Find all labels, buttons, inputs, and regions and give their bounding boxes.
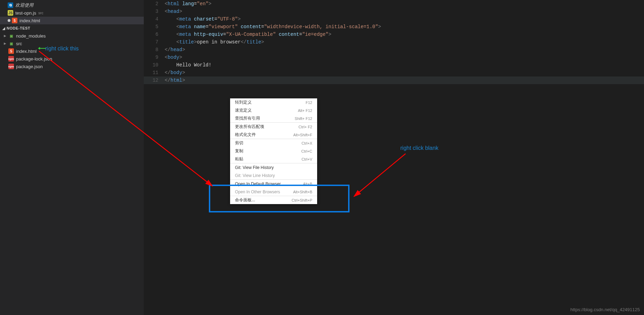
menu-item-shortcut: Ctrl+ F2 xyxy=(299,125,312,129)
open-editor-tab[interactable]: ⧉欢迎使用 xyxy=(0,1,144,9)
menu-item-label: 命令面板... xyxy=(235,197,255,203)
menu-item[interactable]: 复制Ctrl+C xyxy=(230,147,317,155)
menu-item[interactable]: 命令面板...Ctrl+Shift+P xyxy=(230,196,317,204)
menu-item[interactable]: Git: View Line History xyxy=(230,171,317,179)
menu-item[interactable]: 转到定义F12 xyxy=(230,98,317,106)
open-editors: ⧉欢迎使用JStest-opn.jssrc5index.html xyxy=(0,0,144,24)
menu-item[interactable]: 速览定义Alt+ F12 xyxy=(230,106,317,114)
tab-label: index.html xyxy=(19,18,40,23)
menu-item-label: 剪切 xyxy=(235,140,243,146)
menu-item[interactable]: Open In Default BrowserAlt+B xyxy=(230,180,317,188)
npm-icon: npm xyxy=(8,56,14,62)
tree-folder[interactable]: ▶▣node_modules xyxy=(0,32,144,40)
menu-item-shortcut: Alt+Shift+B xyxy=(293,190,312,194)
code-content: <body> xyxy=(165,54,182,61)
code-content: </html> xyxy=(165,76,185,84)
line-number: 3 xyxy=(144,8,165,15)
code-line[interactable]: 6 <meta http-equiv="X-UA-Compatible" con… xyxy=(144,31,644,38)
chevron-right-icon: ▶ xyxy=(4,42,6,45)
code-content: Hello World! xyxy=(165,61,211,69)
code-line[interactable]: 11</body> xyxy=(144,69,644,76)
line-number: 8 xyxy=(144,46,165,54)
html-icon: 5 xyxy=(8,48,14,54)
code-line[interactable]: 7 <title>open in browser</title> xyxy=(144,38,644,46)
menu-item-shortcut: Alt+Shift+F xyxy=(293,133,312,137)
menu-item-label: Git: View File History xyxy=(235,165,274,170)
menu-item-label: 转到定义 xyxy=(235,99,252,105)
menu-item-shortcut: Alt+ F12 xyxy=(298,108,312,113)
code-line[interactable]: 9<body> xyxy=(144,54,644,61)
code-content: </body> xyxy=(165,69,185,76)
menu-item-label: 查找所有引用 xyxy=(235,115,260,121)
line-number: 6 xyxy=(144,31,165,38)
svg-line-1 xyxy=(354,154,406,196)
tree-label: package.json xyxy=(16,64,43,69)
line-number: 4 xyxy=(144,15,165,23)
menu-item-label: Open In Other Browsers xyxy=(235,189,280,194)
editor[interactable]: 2<html lang="en">3<head>4 <meta charset=… xyxy=(144,0,644,90)
code-line[interactable]: 3<head> xyxy=(144,8,644,15)
line-number: 7 xyxy=(144,38,165,46)
code-line[interactable]: 12</html> xyxy=(144,76,644,84)
line-number: 2 xyxy=(144,0,165,8)
project-name: NODE-TEST xyxy=(7,26,30,30)
line-number: 10 xyxy=(144,61,165,69)
arrow-right-icon xyxy=(350,153,409,202)
menu-item-label: 速览定义 xyxy=(235,107,252,113)
tab-label: test-opn.js xyxy=(15,10,36,16)
js-icon: JS xyxy=(8,10,13,16)
menu-item-label: 格式化文件 xyxy=(235,132,256,138)
open-editor-tab[interactable]: JStest-opn.jssrc xyxy=(0,9,144,17)
code-line[interactable]: 5 <meta name="viewport" content="width=d… xyxy=(144,23,644,31)
code-line[interactable]: 8</head> xyxy=(144,46,644,54)
menu-item-shortcut: Ctrl+Shift+P xyxy=(292,198,312,202)
menu-item-shortcut: Shift+ F12 xyxy=(295,116,312,121)
line-number: 5 xyxy=(144,23,165,31)
menu-item[interactable]: 粘贴Ctrl+V xyxy=(230,155,317,163)
code-content: </head> xyxy=(165,46,185,54)
menu-item[interactable]: 格式化文件Alt+Shift+F xyxy=(230,131,317,139)
code-line[interactable]: 2<html lang="en"> xyxy=(144,0,644,8)
vscode-icon: ⧉ xyxy=(8,2,13,8)
line-number: 12 xyxy=(144,76,165,84)
menu-item-label: 粘贴 xyxy=(235,156,243,162)
code-line[interactable]: 10 Hello World! xyxy=(144,61,644,69)
code-line[interactable]: 4 <meta charset="UTF-8"> xyxy=(144,15,644,23)
menu-item-label: 更改所有匹配项 xyxy=(235,124,264,130)
chevron-right-icon: ▶ xyxy=(4,34,6,38)
menu-item-shortcut: Ctrl+V xyxy=(301,157,312,161)
tree-file[interactable]: npmpackage-lock.json xyxy=(0,55,144,63)
menu-item[interactable]: 剪切Ctrl+X xyxy=(230,139,317,147)
menu-item[interactable]: 更改所有匹配项Ctrl+ F2 xyxy=(230,123,317,131)
annotation-right: right click blank xyxy=(400,145,438,151)
code-content: <meta charset="UTF-8"> xyxy=(165,15,241,23)
chevron-down-icon: ◢ xyxy=(2,26,6,30)
menu-item-label: 复制 xyxy=(235,148,243,154)
html-icon: 5 xyxy=(12,18,17,23)
tree-file[interactable]: npmpackage.json xyxy=(0,63,144,70)
menu-item-label: Open In Default Browser xyxy=(235,181,281,186)
menu-item-shortcut: Alt+B xyxy=(303,182,312,186)
line-number: 9 xyxy=(144,54,165,61)
menu-item-shortcut: Ctrl+X xyxy=(301,141,312,145)
menu-item[interactable]: Git: View File History xyxy=(230,163,317,171)
tree-label: index.html xyxy=(16,49,37,54)
code-content: <title>open in browser</title> xyxy=(165,38,264,46)
menu-item-shortcut: F12 xyxy=(306,100,312,105)
folder-icon: ▣ xyxy=(8,41,14,46)
menu-item-label: Git: View Line History xyxy=(235,173,275,178)
menu-item[interactable]: Open In Other BrowsersAlt+Shift+B xyxy=(230,188,317,196)
tab-label: 欢迎使用 xyxy=(15,2,33,8)
menu-item-shortcut: Ctrl+C xyxy=(301,149,312,153)
tree-label: node_modules xyxy=(16,33,46,39)
menu-item[interactable]: 查找所有引用Shift+ F12 xyxy=(230,114,317,122)
npm-icon: npm xyxy=(8,64,14,69)
open-editor-tab[interactable]: 5index.html xyxy=(0,17,144,24)
tab-sublabel: src xyxy=(38,11,44,15)
explorer-section-header[interactable]: ◢ NODE-TEST xyxy=(0,24,144,32)
code-content: <head> xyxy=(165,8,182,15)
unsaved-dot-icon xyxy=(8,19,10,22)
annotation-left: right click this xyxy=(45,46,79,52)
line-number: 11 xyxy=(144,69,165,76)
watermark: https://blog.csdn.net/qq_42491125 xyxy=(571,307,640,312)
